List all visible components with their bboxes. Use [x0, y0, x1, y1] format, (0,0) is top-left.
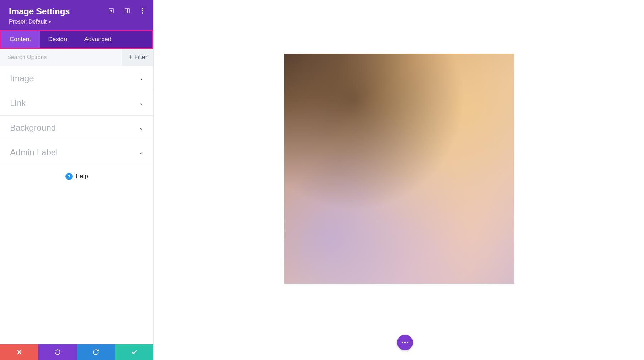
plus-icon: +	[128, 54, 132, 61]
section-admin-label[interactable]: Admin Label ⌄	[0, 140, 153, 165]
svg-rect-2	[125, 9, 129, 13]
preset-value: Default	[29, 19, 47, 25]
more-icon	[402, 342, 408, 343]
undo-button[interactable]	[38, 344, 77, 360]
tabs-highlight-border: Content Design Advanced	[0, 30, 153, 49]
svg-point-1	[111, 10, 112, 11]
focus-mode-icon[interactable]	[108, 7, 115, 14]
cancel-button[interactable]	[0, 344, 38, 360]
help-button[interactable]: ? Help	[0, 165, 153, 188]
preset-prefix: Preset:	[9, 19, 27, 25]
tab-content[interactable]: Content	[1, 31, 40, 48]
more-options-icon[interactable]	[139, 7, 146, 14]
chevron-down-icon: ⌄	[139, 100, 143, 106]
preview-canvas	[154, 0, 644, 360]
preset-selector[interactable]: Preset: Default ▼	[9, 19, 52, 30]
filter-button[interactable]: + Filter	[122, 49, 153, 66]
help-icon: ?	[65, 173, 73, 180]
tabs-container: Content Design Advanced	[1, 31, 152, 48]
section-label: Link	[10, 98, 26, 108]
help-label: Help	[75, 173, 88, 180]
section-background[interactable]: Background ⌄	[0, 116, 153, 140]
tab-design[interactable]: Design	[40, 31, 76, 48]
search-row: + Filter	[0, 49, 153, 66]
sidebar-footer	[0, 344, 153, 360]
section-link[interactable]: Link ⌄	[0, 91, 153, 116]
sidebar-header: Image Settings Preset: Default ▼	[0, 0, 153, 30]
save-button[interactable]	[115, 344, 153, 360]
settings-sidebar: Image Settings Preset: Default ▼ Content…	[0, 0, 154, 360]
redo-button[interactable]	[77, 344, 115, 360]
section-label: Image	[10, 73, 34, 83]
section-label: Background	[10, 123, 56, 133]
svg-point-5	[142, 10, 143, 11]
section-image[interactable]: Image ⌄	[0, 66, 153, 91]
chevron-down-icon: ⌄	[139, 150, 143, 155]
caret-down-icon: ▼	[48, 20, 52, 24]
svg-point-4	[142, 8, 143, 9]
header-icons	[108, 7, 146, 14]
chevron-down-icon: ⌄	[139, 125, 143, 131]
preview-image[interactable]	[284, 54, 514, 284]
svg-point-6	[142, 12, 143, 14]
page-actions-fab[interactable]	[397, 335, 413, 350]
filter-label: Filter	[134, 54, 147, 60]
section-label: Admin Label	[10, 147, 58, 157]
chevron-down-icon: ⌄	[139, 76, 143, 81]
search-input[interactable]	[0, 49, 122, 66]
panel-toggle-icon[interactable]	[123, 7, 131, 14]
tab-advanced[interactable]: Advanced	[75, 31, 120, 48]
accordion: Image ⌄ Link ⌄ Background ⌄ Admin Label …	[0, 66, 153, 344]
